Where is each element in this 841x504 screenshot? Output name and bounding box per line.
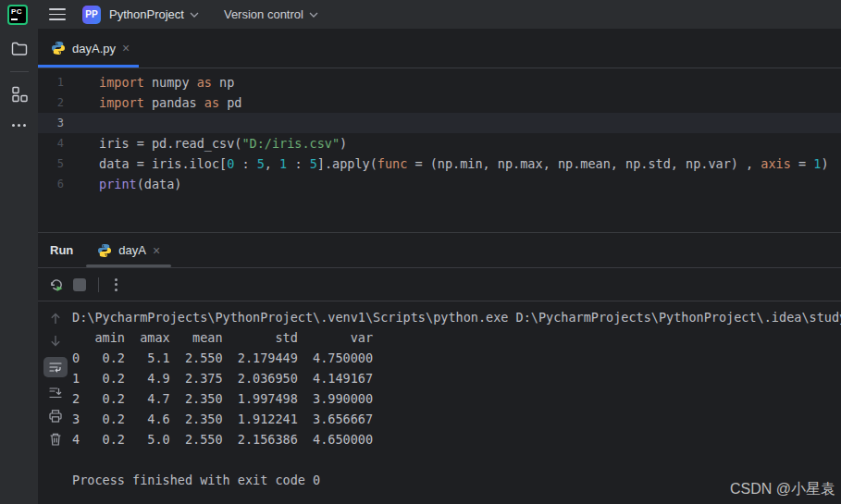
clear-all-trash-icon[interactable] [48,432,63,447]
project-name: PythonProject [109,7,184,21]
titlebar: PC PP PythonProject Version control [0,0,841,29]
code-text: print(data) [99,174,841,194]
tab-label: dayA.py [72,42,116,55]
down-stack-trace-icon[interactable] [48,334,63,349]
code-line[interactable]: 5data = iris.iloc[0 : 5, 1 : 5].apply(fu… [38,154,841,174]
line-number: 5 [38,154,99,174]
console-line: 3 0.2 4.6 2.350 1.912241 3.656667 [72,409,841,429]
toolwindow-stripe [0,29,38,504]
project-avatar[interactable]: PP [82,6,101,24]
code-text: iris = pd.read_csv("D:/iris.csv") [99,133,841,154]
console-toolbar [38,301,72,504]
run-tab-label: dayA [118,243,146,257]
version-control-button[interactable]: Version control [224,7,318,21]
console-line: amin amax mean std var [72,327,841,348]
pycharm-logo-icon: PC [7,5,28,25]
code-line[interactable]: 6print(data) [38,174,841,194]
run-tab-dayA[interactable]: dayA × [86,233,171,267]
python-file-icon [97,243,112,258]
scroll-to-end-icon[interactable] [48,386,63,400]
console-line: 2 0.2 4.7 2.350 1.997498 3.990000 [72,388,841,409]
run-toolbar [38,268,841,301]
code-line[interactable]: 4iris = pd.read_csv("D:/iris.csv") [38,133,841,154]
run-panel-header: Run dayA × [38,233,841,268]
code-text: import pandas as pd [99,92,841,113]
console-line: 0 0.2 5.1 2.550 2.179449 4.750000 [72,348,841,368]
main-menu-icon[interactable] [49,8,66,20]
watermark: CSDN @小星袁 [730,480,835,499]
stripe-divider [10,71,29,72]
editor-tabbar: dayA.py × [38,29,841,68]
version-control-label: Version control [224,7,303,21]
more-toolwindows-icon[interactable] [12,124,26,127]
run-panel-title: Run [50,243,73,257]
code-line[interactable]: 3 [38,113,841,133]
console-line: 1 0.2 4.9 2.375 2.036950 4.149167 [72,368,841,388]
line-number: 4 [38,133,99,154]
line-number: 6 [38,174,99,194]
stop-icon[interactable] [73,278,86,291]
close-icon[interactable]: × [153,244,160,257]
project-folder-icon[interactable] [10,40,29,58]
soft-wrap-toggle[interactable] [43,357,68,377]
code-line[interactable]: 2import pandas as pd [38,92,841,113]
print-icon[interactable] [48,409,63,424]
line-number: 3 [38,113,99,133]
code-text: import numpy as np [99,72,841,92]
soft-wrap-icon [48,360,63,375]
pycharm-logo-text: PC [11,7,22,16]
close-icon[interactable]: × [122,42,130,55]
console-line: D:\PycharmProjects\PythonProject\.venv1\… [72,307,841,327]
python-file-icon [51,41,66,55]
console-line: 4 0.2 5.0 2.550 2.156386 4.650000 [72,429,841,449]
chevron-down-icon [309,12,318,18]
toolbar-separator [98,277,99,292]
console-panel: D:\PycharmProjects\PythonProject\.venv1\… [38,301,841,504]
pycharm-window: PC PP PythonProject Version control [0,0,841,504]
more-options-icon[interactable] [111,278,121,291]
tab-dayA-py[interactable]: dayA.py × [38,29,139,68]
project-selector-button[interactable]: PythonProject [109,7,199,21]
console-line: Process finished with exit code 0 [72,470,841,490]
line-number: 1 [38,72,99,92]
code-text [99,113,841,133]
up-stack-trace-icon[interactable] [48,311,63,326]
chevron-down-icon [190,12,199,18]
code-area[interactable]: 1import numpy as np2import pandas as pd3… [38,68,841,233]
line-number: 2 [38,92,99,113]
console-output[interactable]: D:\PycharmProjects\PythonProject\.venv1\… [72,301,841,504]
structure-icon[interactable] [10,85,29,104]
console-line [72,449,841,470]
code-line[interactable]: 1import numpy as np [38,72,841,92]
code-text: data = iris.iloc[0 : 5, 1 : 5].apply(fun… [99,154,841,174]
rerun-icon[interactable] [48,277,65,293]
